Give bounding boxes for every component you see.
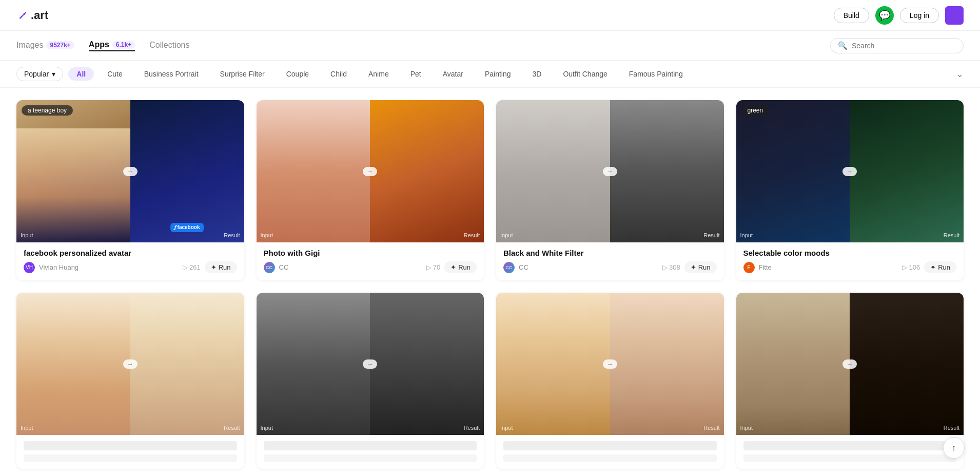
app-card-8[interactable]: Input → Result	[736, 293, 964, 469]
filter-famous-painting[interactable]: Famous Painting	[621, 67, 691, 81]
app-card-7[interactable]: Input → Result	[496, 293, 724, 469]
filter-cute[interactable]: Cute	[99, 67, 131, 81]
card-4-run-button[interactable]: ✦ Run	[924, 261, 956, 273]
wand-icon: ✦	[211, 263, 217, 271]
card-7-input-image: Input	[496, 293, 610, 435]
card-2-views: ▷ 70	[426, 263, 440, 271]
filter-all[interactable]: All	[68, 67, 94, 81]
chevron-down-icon: ▾	[52, 70, 55, 78]
card-2-info: Photo with Gigi CC CC ▷ 70 ✦ Run	[257, 242, 484, 280]
card-4-view-count: 106	[909, 263, 920, 271]
card-3-views: ▷ 308	[662, 263, 680, 271]
card-4-arrow: →	[842, 167, 857, 176]
card-8-result-image: Result	[850, 293, 964, 435]
facebook-logo: 𝒇 facebook	[170, 223, 204, 232]
card-3-input-image: Input	[496, 100, 610, 242]
app-card-4[interactable]: green Input → Result Selectable color mo…	[736, 100, 964, 280]
card-1-views: ▷ 261	[183, 263, 201, 271]
card-3-image: Input → Result	[496, 100, 724, 242]
card-3-input-text: Input	[500, 232, 513, 238]
views-icon-4: ▷	[902, 263, 907, 271]
wechat-button[interactable]: 💬	[875, 6, 894, 25]
tab-images-label: Images	[16, 41, 43, 50]
card-4-result-text: Result	[944, 232, 959, 238]
card-8-title	[743, 441, 957, 450]
filter-business-portrait[interactable]: Business Portrait	[136, 67, 207, 81]
filter-surprise-filter[interactable]: Surprise Filter	[212, 67, 273, 81]
search-input[interactable]	[852, 42, 956, 50]
card-3-result-text: Result	[703, 232, 719, 238]
logo-icon: ⟋	[16, 8, 29, 23]
card-7-info	[496, 435, 724, 469]
app-card-5[interactable]: Input → Result	[16, 293, 244, 469]
app-card-3[interactable]: Input → Result Black and White Filter CC…	[496, 100, 724, 280]
card-2-result-text: Result	[464, 232, 480, 238]
filter-avatar[interactable]: Avatar	[435, 67, 472, 81]
filter-painting[interactable]: Painting	[477, 67, 519, 81]
card-6-input-text: Input	[261, 425, 273, 431]
tab-apps[interactable]: Apps 6.1k+	[89, 40, 135, 51]
card-1-result-text: Result	[224, 232, 240, 238]
tab-images[interactable]: Images 9527k+	[16, 41, 74, 51]
card-2-run-button[interactable]: ✦ Run	[444, 261, 477, 273]
card-6-input-image: Input	[257, 293, 370, 435]
card-3-run-button[interactable]: ✦ Run	[684, 261, 717, 273]
card-7-result-image: Result	[610, 293, 724, 435]
filter-couple[interactable]: Couple	[278, 67, 317, 81]
profile-button[interactable]	[945, 6, 964, 25]
sort-dropdown[interactable]: Popular ▾	[16, 67, 63, 81]
card-1-title: facebook personalized avatar	[24, 249, 237, 257]
card-1-prompt-label: a teenage boy	[22, 105, 73, 116]
login-button[interactable]: Log in	[900, 8, 939, 23]
main-content: a teenage boy Input → 𝒇 facebook Result …	[0, 88, 980, 474]
card-5-meta	[24, 454, 237, 462]
search-icon: 🔍	[838, 41, 848, 50]
header-actions: Build 💬 Log in	[834, 6, 964, 25]
logo[interactable]: ⟋ .art	[16, 8, 48, 23]
card-4-prompt-label: green	[741, 105, 770, 116]
card-2-title: Photo with Gigi	[264, 249, 477, 257]
card-1-input-text: Input	[21, 232, 33, 238]
card-7-title	[503, 441, 717, 450]
wand-icon-2: ✦	[450, 263, 456, 271]
card-1-input-image: a teenage boy Input	[16, 100, 130, 242]
app-card-6[interactable]: Input → Result	[257, 293, 484, 469]
card-2-view-count: 70	[433, 263, 440, 271]
views-icon-2: ▷	[426, 263, 432, 271]
tab-images-badge: 9527k+	[46, 41, 74, 49]
card-2-author: CC	[279, 263, 289, 271]
logo-text: .art	[31, 9, 48, 22]
tab-collections[interactable]: Collections	[149, 41, 189, 51]
card-2-input-image: Input	[257, 100, 370, 242]
card-6-image: Input → Result	[257, 293, 484, 435]
card-5-result-image: Result	[130, 293, 244, 435]
card-6-result-text: Result	[464, 425, 480, 431]
card-5-result-text: Result	[224, 425, 240, 431]
filter-pet[interactable]: Pet	[402, 67, 429, 81]
card-1-run-button[interactable]: ✦ Run	[205, 261, 237, 273]
header: ⟋ .art Build 💬 Log in	[0, 0, 980, 31]
app-card-2[interactable]: Input → Result Photo with Gigi CC CC ▷ 7…	[257, 100, 484, 280]
card-3-title: Black and White Filter	[503, 249, 717, 257]
card-3-view-count: 308	[669, 263, 680, 271]
card-4-views: ▷ 106	[902, 263, 920, 271]
filter-child[interactable]: Child	[322, 67, 355, 81]
card-1-view-count: 261	[189, 263, 201, 271]
filter-anime[interactable]: Anime	[360, 67, 397, 81]
filter-outfit-change[interactable]: Outfit Change	[555, 67, 615, 81]
card-7-image: Input → Result	[496, 293, 724, 435]
filter-expand-icon[interactable]: ⌄	[956, 68, 964, 80]
build-button[interactable]: Build	[834, 8, 869, 23]
card-5-info	[16, 435, 244, 469]
views-icon: ▷	[183, 263, 188, 271]
card-4-info: Selectable color moods F Fitte ▷ 106 ✦ R…	[736, 242, 964, 280]
card-1-meta: VH Vivian Huang ▷ 261 ✦ Run	[24, 261, 237, 273]
filter-bar: Popular ▾ All Cute Business Portrait Sur…	[0, 61, 980, 88]
search-box[interactable]: 🔍	[830, 38, 964, 53]
filter-3d[interactable]: 3D	[524, 67, 550, 81]
scroll-top-button[interactable]: ↑	[943, 437, 965, 459]
card-6-meta	[264, 454, 477, 462]
card-6-arrow: →	[363, 359, 377, 369]
app-card-1[interactable]: a teenage boy Input → 𝒇 facebook Result …	[16, 100, 244, 280]
card-6-info	[257, 435, 484, 469]
